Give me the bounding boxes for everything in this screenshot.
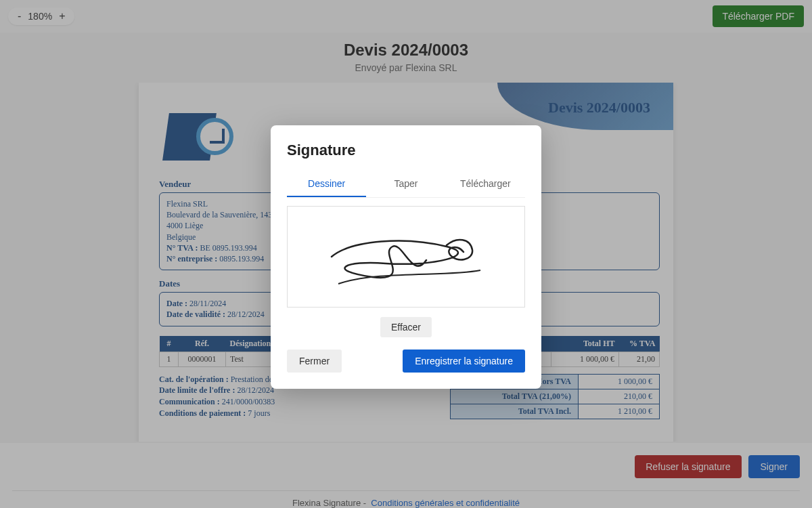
signature-modal: Signature Dessiner Taper Télécharger Eff… xyxy=(271,125,541,389)
clear-signature-button[interactable]: Effacer xyxy=(380,317,432,337)
modal-tabs: Dessiner Taper Télécharger xyxy=(287,171,525,198)
tab-draw[interactable]: Dessiner xyxy=(287,171,366,197)
save-signature-button[interactable]: Enregistrer la signature xyxy=(403,350,525,373)
close-modal-button[interactable]: Fermer xyxy=(287,350,342,373)
drawn-signature-icon xyxy=(311,219,501,294)
modal-title: Signature xyxy=(287,142,525,159)
tab-type[interactable]: Taper xyxy=(366,171,445,197)
tab-upload[interactable]: Télécharger xyxy=(446,171,525,197)
signature-pad[interactable] xyxy=(287,206,525,308)
